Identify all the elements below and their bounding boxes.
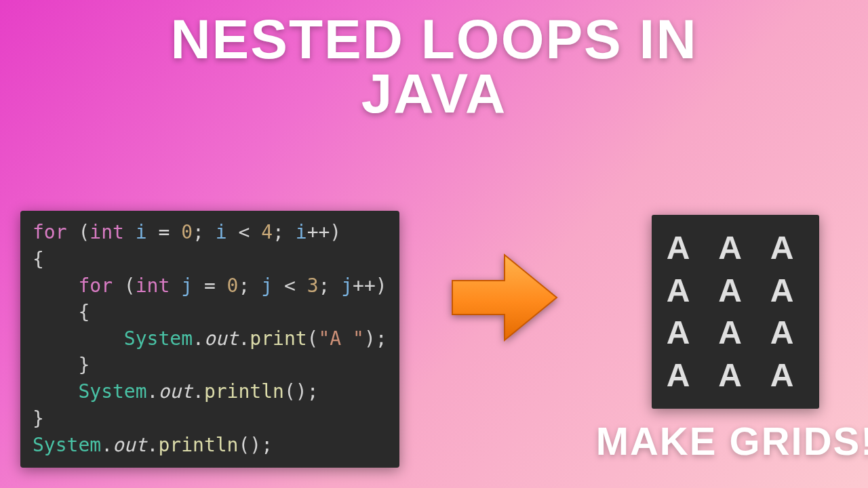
output-column: A A A A A A A A A A A A MAKE GRIDS! (596, 215, 868, 464)
arrow-right-icon (447, 247, 562, 351)
content-row: for (int i = 0; i < 4; i++) { for (int j… (20, 211, 848, 468)
code-snippet: for (int i = 0; i < 4; i++) { for (int j… (20, 211, 399, 468)
kw-for-inner: for (78, 274, 113, 297)
output-row-1: A A A (667, 230, 805, 266)
output-row-3: A A A (667, 314, 805, 350)
kw-for-outer: for (33, 221, 67, 243)
main-title: NESTED LOOPS IN JAVA (0, 0, 868, 121)
title-line-1: NESTED LOOPS IN (170, 8, 697, 70)
output-row-2: A A A (667, 272, 805, 308)
subtitle: MAKE GRIDS! (596, 418, 868, 464)
title-line-2: JAVA (361, 62, 507, 124)
output-grid: A A A A A A A A A A A A (652, 215, 820, 409)
output-row-4: A A A (667, 357, 805, 393)
